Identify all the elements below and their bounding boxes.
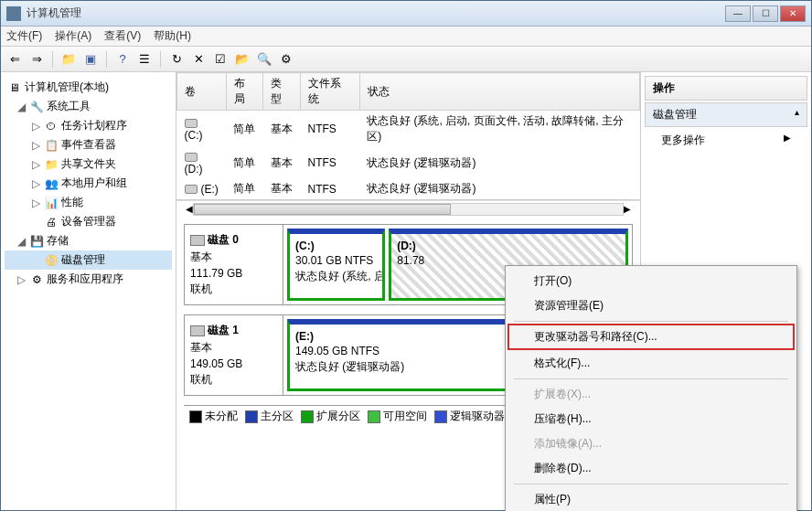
tree-services[interactable]: ▷⚙服务和应用程序: [5, 270, 172, 289]
drive-icon: [185, 185, 198, 194]
volume-row[interactable]: (D:) 简单基本 NTFS状态良好 (逻辑驱动器): [177, 147, 640, 178]
legend-swatch-logical: [434, 410, 447, 423]
scroll-thumb[interactable]: [194, 204, 451, 215]
ctx-properties[interactable]: 属性(P): [508, 487, 794, 511]
toolbar: ⇐ ⇒ 📁 ▣ ? ☰ ↻ ✕ ☑ 📂 🔍 ⚙: [1, 47, 811, 72]
menu-action[interactable]: 操作(A): [55, 28, 91, 44]
legend-swatch-primary: [245, 410, 258, 423]
refresh-icon[interactable]: ↻: [168, 51, 185, 68]
scroll-left-icon[interactable]: ◀: [186, 204, 193, 214]
col-fs[interactable]: 文件系统: [301, 73, 360, 111]
tree-event-viewer[interactable]: ▷📋事件查看器: [5, 135, 172, 154]
actions-section[interactable]: 磁盘管理 ▴: [645, 102, 807, 127]
toolbar-separator: [52, 51, 53, 68]
menu-view[interactable]: 查看(V): [104, 28, 141, 44]
ctx-separator: [514, 378, 788, 379]
ctx-extend[interactable]: 扩展卷(X)...: [508, 382, 794, 407]
titlebar[interactable]: 计算机管理 — ☐ ✕: [1, 1, 811, 27]
volume-list[interactable]: 卷 布局 类型 文件系统 状态 (C:) 简单基本 NTFS状态良好 (系统, …: [176, 72, 640, 200]
minimize-button[interactable]: —: [725, 5, 751, 22]
col-status[interactable]: 状态: [359, 73, 639, 111]
disk-info[interactable]: 磁盘 0 基本 111.79 GB 联机: [185, 225, 283, 304]
col-type[interactable]: 类型: [263, 73, 301, 111]
scroll-right-icon[interactable]: ▶: [624, 204, 631, 214]
horizontal-scrollbar[interactable]: ◀ ▶: [176, 200, 640, 217]
menu-file[interactable]: 文件(F): [6, 28, 42, 44]
partition-c[interactable]: (C:) 30.01 GB NTFS 状态良好 (系统, 启动, 页面文: [287, 229, 385, 301]
up-icon[interactable]: 📁: [60, 51, 77, 68]
context-menu[interactable]: 打开(O) 资源管理器(E) 更改驱动器号和路径(C)... 格式化(F)...…: [505, 265, 797, 511]
panel-icon[interactable]: ▣: [82, 51, 99, 68]
tree-disk-management[interactable]: 📀磁盘管理: [5, 250, 172, 270]
col-volume[interactable]: 卷: [177, 73, 227, 111]
tree-task-scheduler[interactable]: ▷⏲任务计划程序: [5, 116, 172, 135]
tree-root[interactable]: 🖥计算机管理(本地): [5, 78, 172, 97]
ctx-shrink[interactable]: 压缩卷(H)...: [508, 407, 794, 431]
drive-icon: [185, 153, 198, 162]
maximize-button[interactable]: ☐: [753, 5, 778, 22]
settings-icon[interactable]: ⚙: [278, 51, 294, 68]
legend-swatch-free: [368, 410, 380, 423]
ctx-change-drive-letter[interactable]: 更改驱动器号和路径(C)...: [508, 325, 794, 349]
ctx-separator: [514, 484, 788, 484]
nav-tree[interactable]: 🖥计算机管理(本地) ◢🔧系统工具 ▷⏲任务计划程序 ▷📋事件查看器 ▷📁共享文…: [1, 72, 176, 510]
tree-performance[interactable]: ▷📊性能: [5, 193, 172, 212]
tree-system-tools[interactable]: ◢🔧系统工具: [5, 97, 172, 116]
menu-help[interactable]: 帮助(H): [154, 28, 191, 44]
tree-storage[interactable]: ◢💾存储: [5, 231, 172, 250]
app-icon: [6, 6, 21, 21]
search-icon[interactable]: 🔍: [256, 51, 272, 68]
computer-management-window: 计算机管理 — ☐ ✕ 文件(F) 操作(A) 查看(V) 帮助(H) ⇐ ⇒ …: [0, 0, 812, 511]
disk-info[interactable]: 磁盘 1 基本 149.05 GB 联机: [185, 315, 283, 395]
volume-row[interactable]: (C:) 简单基本 NTFS状态良好 (系统, 启动, 页面文件, 活动, 故障…: [177, 111, 640, 148]
ctx-separator: [514, 321, 788, 322]
tree-shared-folders[interactable]: ▷📁共享文件夹: [5, 154, 172, 174]
drive-icon: [185, 119, 198, 128]
back-icon[interactable]: ⇐: [6, 51, 23, 68]
ctx-delete[interactable]: 删除卷(D)...: [508, 456, 794, 481]
actions-more[interactable]: 更多操作 ▶: [645, 127, 807, 154]
ctx-open[interactable]: 打开(O): [508, 269, 794, 293]
menubar: 文件(F) 操作(A) 查看(V) 帮助(H): [1, 27, 811, 47]
volume-row[interactable]: (E:) 简单基本 NTFS状态良好 (逻辑驱动器): [177, 178, 640, 199]
actions-header: 操作: [645, 76, 807, 101]
tree-local-users[interactable]: ▷👥本地用户和组: [5, 174, 172, 193]
properties-icon[interactable]: ☑: [212, 51, 229, 68]
col-layout[interactable]: 布局: [226, 73, 263, 111]
chevron-right-icon: ▶: [784, 133, 791, 148]
disk-icon: [190, 235, 205, 246]
scroll-track[interactable]: [193, 203, 624, 216]
close-button[interactable]: ✕: [780, 5, 806, 22]
list-icon[interactable]: ☰: [136, 51, 153, 68]
help-icon[interactable]: ?: [114, 51, 131, 68]
disk-icon: [190, 325, 205, 336]
toolbar-separator: [160, 51, 161, 68]
delete-icon[interactable]: ✕: [190, 51, 207, 68]
tree-device-manager[interactable]: 🖨设备管理器: [5, 212, 172, 231]
forward-icon[interactable]: ⇒: [28, 51, 45, 68]
toolbar-separator: [106, 51, 107, 68]
ctx-explorer[interactable]: 资源管理器(E): [508, 293, 794, 318]
window-title: 计算机管理: [27, 5, 725, 21]
legend-swatch-unalloc: [189, 410, 202, 423]
ctx-format[interactable]: 格式化(F)...: [508, 351, 794, 376]
ctx-add-mirror[interactable]: 添加镜像(A)...: [508, 431, 794, 456]
collapse-icon[interactable]: ▴: [795, 107, 799, 122]
legend-swatch-extended: [301, 410, 314, 423]
open-icon[interactable]: 📂: [234, 51, 251, 68]
